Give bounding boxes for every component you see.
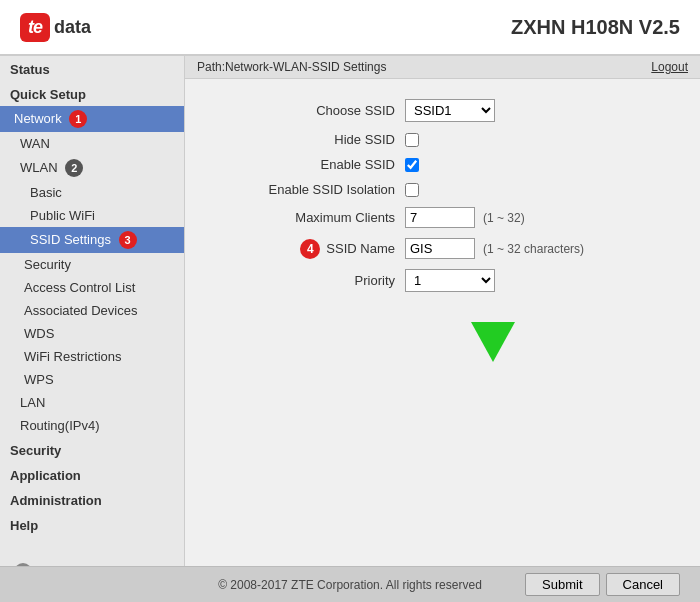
- sidebar-item-wlan[interactable]: WLAN 2: [0, 155, 184, 181]
- form-area: Choose SSID SSID1 SSID2 SSID3 SSID4 Hide…: [185, 79, 700, 566]
- max-clients-label: Maximum Clients: [215, 210, 405, 225]
- max-clients-row: Maximum Clients (1 ~ 32): [215, 207, 670, 228]
- hide-ssid-checkbox[interactable]: [405, 133, 419, 147]
- logo-icon: te: [20, 13, 50, 42]
- content-area: Path:Network-WLAN-SSID Settings Logout C…: [185, 56, 700, 566]
- footer: © 2008-2017 ZTE Corporation. All rights …: [0, 566, 700, 602]
- sidebar-item-basic[interactable]: Basic: [0, 181, 184, 204]
- sidebar-section-quick-setup[interactable]: Quick Setup: [0, 81, 184, 106]
- sidebar-wrapper: Status Quick Setup Network 1 WAN WLAN 2 …: [0, 56, 185, 566]
- device-name: ZXHN H108N V2.5: [511, 16, 680, 39]
- header: te data ZXHN H108N V2.5: [0, 0, 700, 56]
- max-clients-input[interactable]: [405, 207, 475, 228]
- sidebar-item-wifi-restrictions[interactable]: WiFi Restrictions: [0, 345, 184, 368]
- logo-data-text: data: [54, 17, 91, 38]
- enable-ssid-label: Enable SSID: [215, 157, 405, 172]
- hide-ssid-label: Hide SSID: [215, 132, 405, 147]
- enable-ssid-row: Enable SSID: [215, 157, 670, 172]
- ssid-name-label: 4SSID Name: [215, 239, 405, 259]
- sidebar-item-lan[interactable]: LAN: [0, 391, 184, 414]
- sidebar: Status Quick Setup Network 1 WAN WLAN 2 …: [0, 56, 185, 566]
- sidebar-item-assoc-devices[interactable]: Associated Devices: [0, 299, 184, 322]
- sidebar-section-security[interactable]: Security: [0, 437, 184, 462]
- ssid-isolation-row: Enable SSID Isolation: [215, 182, 670, 197]
- sidebar-section-status[interactable]: Status: [0, 56, 184, 81]
- ssid-name-badge: 4: [300, 239, 320, 259]
- arrow-area: [215, 302, 670, 367]
- max-clients-range: (1 ~ 32): [483, 211, 525, 225]
- sidebar-item-network[interactable]: Network 1: [0, 106, 184, 132]
- sidebar-item-acl[interactable]: Access Control List: [0, 276, 184, 299]
- logo: te data: [20, 13, 91, 42]
- ssid-name-row: 4SSID Name (1 ~ 32 characters): [215, 238, 670, 259]
- sidebar-item-wan[interactable]: WAN: [0, 132, 184, 155]
- priority-select[interactable]: 1 2 3 4 5 6 7: [405, 269, 495, 292]
- path-text: Path:Network-WLAN-SSID Settings: [197, 60, 386, 74]
- sidebar-item-wds[interactable]: WDS: [0, 322, 184, 345]
- sidebar-section-help[interactable]: Help: [0, 512, 184, 537]
- priority-row: Priority 1 2 3 4 5 6 7: [215, 269, 670, 292]
- sidebar-section-administration[interactable]: Administration: [0, 487, 184, 512]
- sidebar-item-routing[interactable]: Routing(IPv4): [0, 414, 184, 437]
- sidebar-item-ssid-settings[interactable]: SSID Settings 3: [0, 227, 184, 253]
- logout-link[interactable]: Logout: [651, 60, 688, 74]
- sidebar-item-wps[interactable]: WPS: [0, 368, 184, 391]
- ssid-badge: 3: [119, 231, 137, 249]
- down-arrow-icon: [471, 322, 515, 362]
- sidebar-section-application[interactable]: Application: [0, 462, 184, 487]
- cancel-button[interactable]: Cancel: [606, 573, 680, 596]
- network-badge: 1: [69, 110, 87, 128]
- choose-ssid-row: Choose SSID SSID1 SSID2 SSID3 SSID4: [215, 99, 670, 122]
- sidebar-item-public-wifi[interactable]: Public WiFi: [0, 204, 184, 227]
- copyright-text: © 2008-2017 ZTE Corporation. All rights …: [218, 578, 482, 592]
- choose-ssid-label: Choose SSID: [215, 103, 405, 118]
- sidebar-item-security-sub[interactable]: Security: [0, 253, 184, 276]
- ssid-name-input[interactable]: [405, 238, 475, 259]
- wlan-badge: 2: [65, 159, 83, 177]
- ssid-isolation-label: Enable SSID Isolation: [215, 182, 405, 197]
- enable-ssid-checkbox[interactable]: [405, 158, 419, 172]
- choose-ssid-select[interactable]: SSID1 SSID2 SSID3 SSID4: [405, 99, 495, 122]
- hide-ssid-row: Hide SSID: [215, 132, 670, 147]
- footer-buttons: Submit Cancel: [525, 573, 680, 596]
- submit-button[interactable]: Submit: [525, 573, 599, 596]
- main-layout: Status Quick Setup Network 1 WAN WLAN 2 …: [0, 56, 700, 566]
- ssid-isolation-checkbox[interactable]: [405, 183, 419, 197]
- path-bar: Path:Network-WLAN-SSID Settings Logout: [185, 56, 700, 79]
- priority-label: Priority: [215, 273, 405, 288]
- ssid-name-range: (1 ~ 32 characters): [483, 242, 584, 256]
- help-bottom[interactable]: ? Help: [0, 557, 184, 566]
